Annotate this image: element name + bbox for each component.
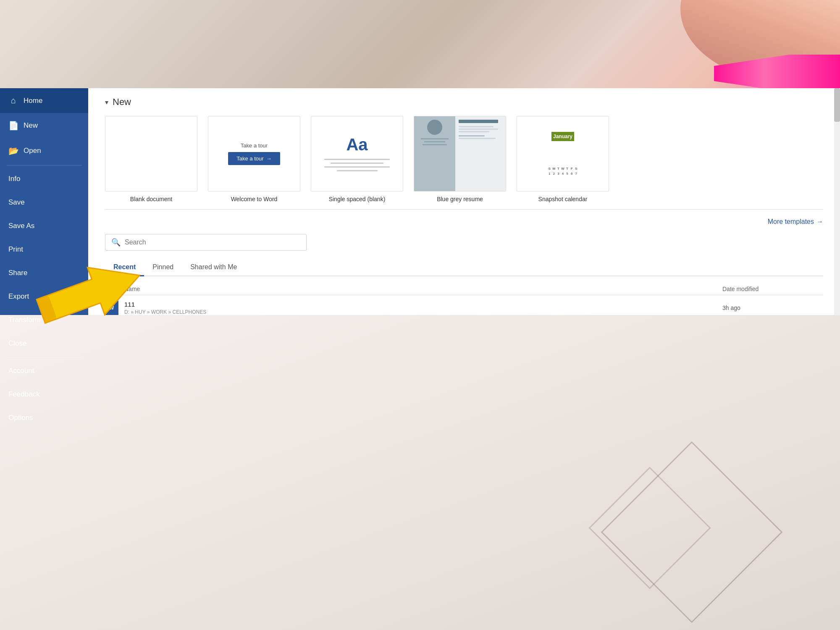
cal-cell-6: 6	[570, 171, 574, 176]
cal-cell-3: 3	[556, 171, 561, 176]
template-resume[interactable]: Blue grey resume	[414, 116, 506, 202]
tab-shared-label: Shared with Me	[190, 263, 237, 270]
scrollbar[interactable]	[834, 88, 840, 315]
sidebar-item-open[interactable]: 📂 Open	[0, 138, 88, 163]
collapse-icon[interactable]: ▾	[105, 98, 108, 106]
sidebar-label-new: New	[24, 121, 38, 130]
resume-sidebar	[414, 116, 455, 191]
file-path-1: D: » HUY » WORK » CELLPHONES	[124, 309, 718, 315]
resume-line-3	[423, 144, 446, 145]
home-icon: ⌂	[8, 96, 18, 105]
sidebar-divider-2	[7, 357, 81, 357]
resume-section-1	[459, 135, 485, 136]
section-title: New	[113, 97, 131, 108]
template-calendar-label: Snapshot calendar	[538, 196, 588, 202]
resume-line-1	[421, 138, 449, 139]
sidebar-item-info[interactable]: Info	[0, 167, 88, 191]
sidebar-item-new[interactable]: 📄 New	[0, 113, 88, 138]
sidebar-divider-1	[7, 165, 81, 165]
sidebar-label-feedback: Feedback	[8, 390, 40, 399]
doc-line-3	[324, 166, 389, 168]
file-name-block-1: 111 D: » HUY » WORK » CELLPHONES	[124, 301, 718, 315]
file-date-1: 3h ago	[722, 304, 823, 311]
sidebar-label-account: Account	[8, 367, 34, 375]
template-calendar[interactable]: January S M T W T F S 1 2	[517, 116, 609, 202]
svg-marker-0	[32, 252, 148, 335]
template-resume-label: Blue grey resume	[437, 196, 483, 202]
sidebar-item-save[interactable]: Save	[0, 191, 88, 214]
tabs-row: Recent Pinned Shared with Me	[105, 259, 823, 276]
sidebar-item-feedback[interactable]: Feedback	[0, 383, 88, 406]
template-single-label: Single spaced (blank)	[329, 196, 386, 202]
templates-divider	[105, 209, 823, 210]
calendar-header: January	[551, 132, 574, 141]
tab-pinned-label: Pinned	[152, 263, 173, 270]
col-name-header: Name	[124, 286, 718, 292]
col-date-header: Date modified	[722, 286, 823, 292]
new-section-header: ▾ New	[105, 97, 823, 108]
calendar-thumb: January S M T W T F S 1 2	[517, 116, 609, 192]
arrow-right-icon: →	[266, 155, 272, 162]
new-doc-icon: 📄	[8, 121, 18, 131]
main-content: ▾ New Blank document Take a tour Take a …	[88, 88, 840, 315]
resume-avatar-circle	[427, 120, 442, 135]
welcome-tour-btn-label: Take a tour	[236, 155, 263, 162]
resume-detail-1	[459, 126, 494, 127]
more-templates-link[interactable]: More templates →	[768, 218, 823, 226]
cal-day-s1: S	[548, 166, 552, 171]
sidebar-item-save-as[interactable]: Save As	[0, 214, 88, 238]
template-welcome[interactable]: Take a tour Take a tour → Welcome to Wor…	[208, 116, 300, 202]
template-gallery: Blank document Take a tour Take a tour →…	[105, 116, 823, 202]
open-icon: 📂	[8, 146, 18, 156]
resume-main	[455, 116, 506, 191]
yellow-arrow-svg	[21, 244, 155, 344]
calendar-grid: S M T W T F S 1 2 3 4 5 6 7	[548, 166, 578, 176]
doc-line-4	[337, 170, 378, 171]
resume-detail-2	[459, 129, 498, 130]
cal-cell-5: 5	[565, 171, 570, 176]
cal-day-s2: S	[574, 166, 578, 171]
blank-thumb	[105, 116, 197, 192]
welcome-tour-text: Take a tour	[241, 142, 268, 149]
cal-cell-2: 2	[552, 171, 556, 176]
cal-day-t1: T	[556, 166, 561, 171]
sidebar-label-open: Open	[24, 147, 41, 155]
template-single-spaced[interactable]: Aa Single spaced (blank)	[311, 116, 403, 202]
template-welcome-label: Welcome to Word	[231, 196, 278, 202]
sidebar-item-home[interactable]: ⌂ Home	[0, 88, 88, 113]
resume-name-block	[459, 120, 498, 123]
yellow-arrow-overlay	[21, 244, 155, 344]
welcome-thumb: Take a tour Take a tour →	[208, 116, 300, 192]
resume-detail-4	[459, 138, 496, 139]
file-row-1[interactable]: W 111 D: » HUY » WORK » CELLPHONES 3h ag…	[105, 295, 823, 315]
welcome-tour-btn: Take a tour →	[228, 152, 280, 165]
cal-day-w: W	[561, 166, 565, 171]
more-templates-label: More templates	[768, 218, 814, 226]
template-blank[interactable]: Blank document	[105, 116, 197, 202]
resume-line-2	[424, 141, 445, 142]
resume-thumb	[414, 116, 506, 192]
cal-day-m: M	[552, 166, 556, 171]
aa-label: Aa	[346, 135, 368, 154]
calendar-photo-strip	[562, 143, 563, 164]
tab-shared[interactable]: Shared with Me	[182, 259, 245, 276]
file-name-1: 111	[124, 301, 718, 308]
sidebar-label-info: Info	[8, 175, 20, 183]
scrollbar-thumb[interactable]	[834, 88, 840, 122]
cal-day-f: F	[570, 166, 574, 171]
more-templates-row: More templates →	[105, 218, 823, 226]
background-bottom	[0, 315, 840, 630]
cal-day-t2: T	[565, 166, 570, 171]
sidebar-label-save-as: Save As	[8, 222, 34, 230]
template-blank-label: Blank document	[130, 196, 172, 202]
sidebar-item-options[interactable]: Options	[0, 406, 88, 430]
sidebar-label-options: Options	[8, 414, 33, 422]
cal-cell-7: 7	[574, 171, 578, 176]
sidebar-label-save: Save	[8, 198, 25, 207]
file-list-header: 📄 Name Date modified	[105, 283, 823, 295]
single-spaced-thumb: Aa	[311, 116, 403, 192]
more-templates-arrow-icon: →	[816, 218, 823, 226]
sidebar-item-account[interactable]: Account	[0, 359, 88, 383]
sidebar-bottom: Account Feedback Options	[0, 359, 88, 430]
cal-cell-1: 1	[548, 171, 552, 176]
